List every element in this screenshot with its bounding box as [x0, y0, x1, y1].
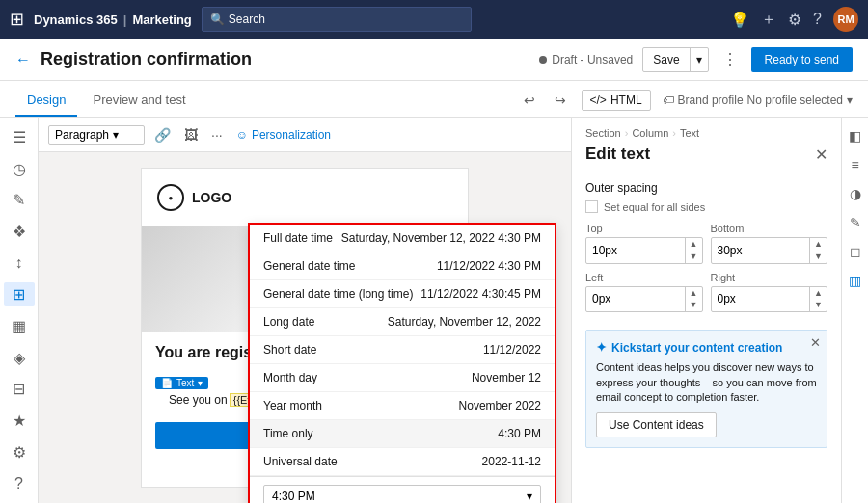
- save-button-group[interactable]: Save ▾: [642, 47, 708, 72]
- panel-close-button[interactable]: ✕: [815, 146, 827, 164]
- month-day-label: Month day: [263, 371, 472, 384]
- bottom-spacing-item: Bottom ▲ ▼: [711, 223, 828, 264]
- help-icon[interactable]: ?: [813, 11, 822, 28]
- sidebar-blocks-icon[interactable]: ▦: [4, 314, 35, 338]
- breadcrumb-sep-1: ›: [625, 127, 629, 139]
- right-up-arrow[interactable]: ▲: [810, 287, 827, 300]
- toolbar-more-btn[interactable]: ···: [207, 125, 227, 145]
- brand-profile-selector[interactable]: 🏷 Brand profile No profile selected ▾: [663, 93, 853, 107]
- short-date-value: 11/12/2022: [483, 343, 541, 357]
- general-long-label: General date time (long time): [263, 287, 420, 301]
- bottom-up-arrow[interactable]: ▲: [810, 238, 827, 251]
- date-row-time-only[interactable]: Time only 4:30 PM: [250, 420, 555, 448]
- date-row-year-month[interactable]: Year month November 2022: [250, 392, 555, 420]
- mini-panel-icon[interactable]: ◧: [845, 125, 866, 146]
- sidebar-star-icon[interactable]: ★: [4, 409, 35, 433]
- date-row-general-long[interactable]: General date time (long time) 11/12/2022…: [250, 280, 555, 308]
- save-label[interactable]: Save: [643, 48, 689, 71]
- sidebar-components-icon[interactable]: ❖: [4, 220, 35, 244]
- sidebar-settings-icon[interactable]: ◈: [4, 346, 35, 370]
- sidebar-layout-icon[interactable]: ↕: [4, 252, 35, 276]
- personalization-button[interactable]: ☺ Personalization: [236, 128, 331, 142]
- see-you-text: See you on: [169, 393, 228, 407]
- undo-button[interactable]: ↩: [520, 91, 539, 110]
- panel-breadcrumb: Section › Column › Text: [572, 118, 841, 139]
- sidebar-minus-icon[interactable]: ⊟: [4, 377, 35, 401]
- sidebar-menu-icon[interactable]: ☰: [4, 125, 35, 149]
- mini-edit-icon[interactable]: ✎: [845, 212, 866, 233]
- search-input[interactable]: [229, 13, 463, 26]
- top-down-arrow[interactable]: ▼: [686, 251, 702, 263]
- set-equal-checkbox[interactable]: [585, 200, 598, 213]
- search-bar[interactable]: 🔍: [202, 7, 472, 32]
- settings-icon[interactable]: ⚙: [788, 11, 801, 29]
- tab-design[interactable]: Design: [15, 85, 77, 117]
- html-button[interactable]: </> HTML: [582, 90, 651, 111]
- right-input[interactable]: [712, 288, 810, 309]
- ready-to-send-button[interactable]: Ready to send: [751, 47, 853, 72]
- top-input[interactable]: [586, 240, 685, 261]
- lightbulb-icon[interactable]: 💡: [730, 11, 749, 29]
- redo-button[interactable]: ↪: [551, 91, 570, 110]
- time-only-value: 4:30 PM: [498, 427, 541, 440]
- sidebar-gear-icon[interactable]: ⚙: [4, 440, 35, 464]
- mini-grid-icon[interactable]: ▥: [845, 270, 866, 291]
- status-text: Draft - Unsaved: [552, 53, 633, 66]
- sidebar-grid-icon[interactable]: ⊞: [4, 282, 35, 306]
- avatar[interactable]: RM: [833, 7, 858, 32]
- bottom-down-arrow[interactable]: ▼: [810, 251, 827, 263]
- search-icon: 🔍: [210, 13, 225, 26]
- sidebar-history-icon[interactable]: ◷: [4, 157, 35, 181]
- content-ideas-button[interactable]: Use Content ideas: [596, 412, 717, 437]
- sidebar-edit-icon[interactable]: ✎: [4, 188, 35, 212]
- date-row-long[interactable]: Long date Saturday, November 12, 2022: [250, 308, 555, 336]
- text-tag[interactable]: 📄 Text ▾: [155, 377, 208, 389]
- kickstart-title: ✦ Kickstart your content creation: [596, 340, 817, 355]
- brand-separator: |: [123, 13, 127, 27]
- bottom-control[interactable]: ▲ ▼: [711, 237, 828, 264]
- kickstart-close-button[interactable]: ✕: [810, 336, 821, 349]
- paragraph-selector[interactable]: Paragraph ▾: [48, 125, 145, 145]
- left-spacing-item: Left ▲ ▼: [585, 272, 703, 313]
- right-control[interactable]: ▲ ▼: [711, 286, 828, 313]
- date-row-short[interactable]: Short date 11/12/2022: [250, 336, 555, 364]
- panel-title: Edit text: [585, 145, 650, 164]
- canvas-content: ● LOGO You are registered for 📄 Text ▾: [39, 152, 571, 503]
- left-input[interactable]: [586, 288, 685, 309]
- main-content: ☰ ◷ ✎ ❖ ↕ ⊞ ▦ ◈ ⊟ ★ ⚙ ? Paragraph ▾ 🔗 🖼 …: [0, 118, 868, 503]
- bottom-input[interactable]: [712, 240, 810, 261]
- more-button[interactable]: ⋮: [715, 45, 746, 73]
- date-row-full[interactable]: Full date time Saturday, November 12, 20…: [250, 225, 555, 252]
- date-format-dropdown: Full date time Saturday, November 12, 20…: [248, 223, 556, 503]
- left-control[interactable]: ▲ ▼: [585, 286, 703, 313]
- toolbar-link-btn[interactable]: 🔗: [150, 125, 175, 145]
- time-value: 4:30 PM: [272, 490, 315, 503]
- right-arrows: ▲ ▼: [809, 287, 827, 312]
- right-down-arrow[interactable]: ▼: [810, 299, 827, 311]
- mini-half-circle-icon[interactable]: ◑: [845, 183, 866, 204]
- mini-list-icon[interactable]: ≡: [845, 154, 866, 175]
- back-button[interactable]: ←: [15, 51, 31, 68]
- general-datetime-value: 11/12/2022 4:30 PM: [437, 259, 541, 273]
- app-grid-icon[interactable]: ⊞: [10, 9, 24, 30]
- tab-preview[interactable]: Preview and test: [81, 85, 197, 117]
- left-down-arrow[interactable]: ▼: [686, 299, 702, 311]
- toolbar-image-btn[interactable]: 🖼: [180, 125, 202, 145]
- time-select[interactable]: 4:30 PM ▾: [263, 485, 541, 503]
- html-label: HTML: [610, 93, 642, 107]
- date-row-general[interactable]: General date time 11/12/2022 4:30 PM: [250, 252, 555, 280]
- save-dropdown-arrow[interactable]: ▾: [690, 48, 708, 71]
- date-row-universal[interactable]: Universal date 2022-11-12: [250, 448, 555, 476]
- top-up-arrow[interactable]: ▲: [686, 238, 702, 251]
- universal-date-label: Universal date: [263, 455, 482, 468]
- mini-box-icon[interactable]: ◻: [845, 241, 866, 262]
- date-row-month-day[interactable]: Month day November 12: [250, 364, 555, 392]
- sidebar-help-icon[interactable]: ?: [4, 471, 35, 495]
- universal-date-value: 2022-11-12: [482, 455, 541, 468]
- plus-icon[interactable]: ＋: [761, 10, 776, 30]
- right-panel: Section › Column › Text Edit text ✕ Oute…: [571, 118, 841, 503]
- top-control[interactable]: ▲ ▼: [585, 237, 703, 264]
- outer-spacing-label: Outer spacing: [585, 181, 827, 195]
- left-up-arrow[interactable]: ▲: [686, 287, 702, 300]
- module-name: Marketing: [132, 13, 191, 27]
